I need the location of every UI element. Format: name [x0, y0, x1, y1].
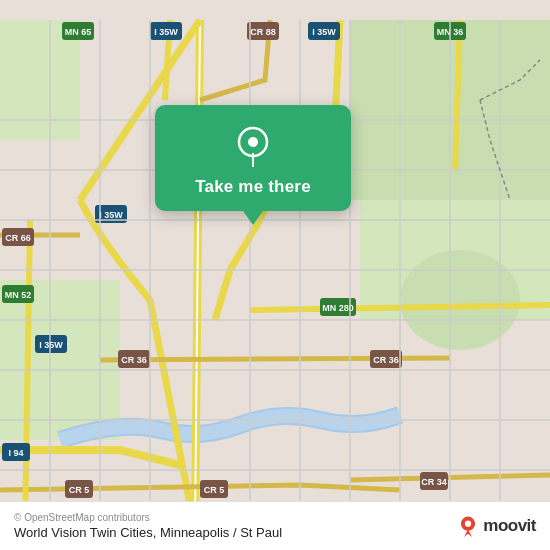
- svg-point-56: [248, 137, 258, 147]
- moovit-wordmark: moovit: [483, 516, 536, 536]
- map-background: I 35W MN 65 CR 88 I 35W MN 36 I 35W CR 6…: [0, 0, 550, 550]
- svg-text:I 35W: I 35W: [39, 340, 63, 350]
- location-pin-icon: [231, 123, 275, 167]
- popup-card[interactable]: Take me there: [155, 105, 351, 211]
- svg-text:CR 5: CR 5: [204, 485, 225, 495]
- svg-text:MN 65: MN 65: [65, 27, 92, 37]
- moovit-pin-icon: [457, 515, 479, 537]
- location-text: World Vision Twin Cities, Minneapolis / …: [14, 525, 282, 540]
- svg-text:CR 88: CR 88: [250, 27, 276, 37]
- svg-point-58: [465, 521, 471, 527]
- map-container: I 35W MN 65 CR 88 I 35W MN 36 I 35W CR 6…: [0, 0, 550, 550]
- svg-text:I 35W: I 35W: [312, 27, 336, 37]
- svg-text:MN 280: MN 280: [322, 303, 354, 313]
- svg-text:MN 52: MN 52: [5, 290, 32, 300]
- svg-text:I 35W: I 35W: [154, 27, 178, 37]
- svg-text:CR 5: CR 5: [69, 485, 90, 495]
- bottom-info: © OpenStreetMap contributors World Visio…: [14, 512, 282, 540]
- svg-text:CR 36: CR 36: [121, 355, 147, 365]
- svg-text:CR 66: CR 66: [5, 233, 31, 243]
- svg-text:I 94: I 94: [8, 448, 23, 458]
- popup-label: Take me there: [195, 177, 311, 197]
- copyright-text: © OpenStreetMap contributors: [14, 512, 282, 523]
- bottom-bar: © OpenStreetMap contributors World Visio…: [0, 501, 550, 550]
- moovit-logo[interactable]: moovit: [457, 515, 536, 537]
- svg-point-4: [400, 250, 520, 350]
- svg-text:I 35W: I 35W: [99, 210, 123, 220]
- svg-text:CR 34: CR 34: [421, 477, 447, 487]
- svg-text:CR 36: CR 36: [373, 355, 399, 365]
